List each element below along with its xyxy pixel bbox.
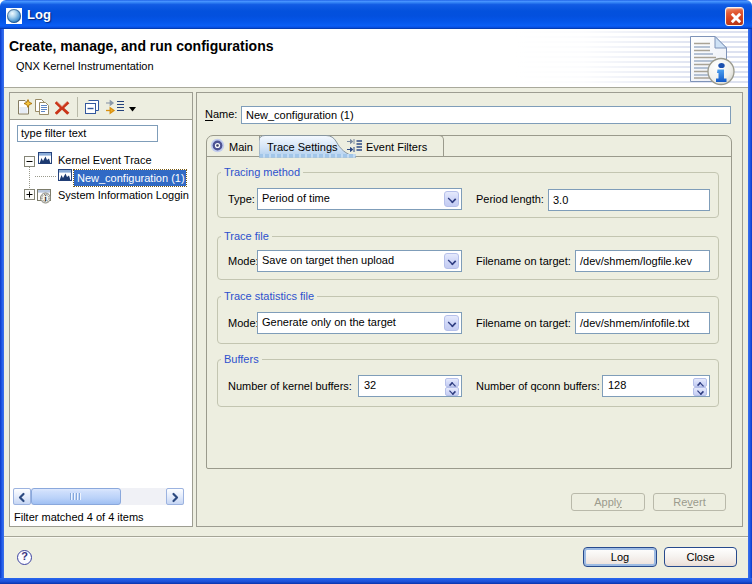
svg-text:i: i [44, 194, 46, 203]
